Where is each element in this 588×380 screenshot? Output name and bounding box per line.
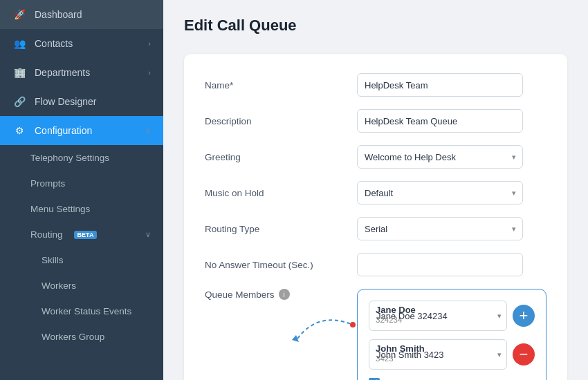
svg-point-0: [350, 322, 356, 327]
member-1-select-wrap: Jane Doe 324234 Jane Doe 324234 ▾: [369, 301, 507, 331]
name-input[interactable]: [357, 73, 523, 97]
music-label: Music on Hold: [205, 188, 343, 198]
sidebar-item-flow-designer[interactable]: 🔗 Flow Designer: [0, 87, 163, 116]
description-row: Description: [205, 109, 546, 133]
greeting-label: Greeting: [205, 152, 343, 162]
sidebar-item-label: Dashboard: [35, 9, 82, 20]
queue-members-label-text: Queue Members: [205, 289, 275, 300]
chevron-right-icon: ›: [148, 68, 151, 77]
greeting-row: Greeting Welcome to Help Desk ▾: [205, 145, 546, 169]
sidebar-item-label: Workers Group: [42, 332, 104, 342]
page-title: Edit Call Queue: [184, 17, 567, 35]
add-member-button[interactable]: +: [513, 305, 535, 327]
no-answer-input[interactable]: [357, 253, 523, 276]
member-2-select[interactable]: John Smith 3423: [369, 339, 507, 370]
no-answer-label: No Answer Timeout (Sec.): [205, 260, 343, 270]
music-select[interactable]: Default: [357, 181, 523, 205]
sidebar-item-label: Menu Settings: [30, 204, 90, 214]
queue-members-row: Queue Members i Jane Doe 324234 Jane Doe…: [205, 289, 546, 380]
sidebar-item-label: Worker Status Events: [42, 306, 131, 316]
sidebar-item-label: Skills: [42, 255, 64, 265]
routing-type-label: Routing Type: [205, 224, 343, 234]
music-row: Music on Hold Default ▾: [205, 181, 546, 205]
sidebar-item-label: Routing: [30, 229, 63, 240]
flow-designer-icon: 🔗: [12, 95, 26, 108]
sidebar-item-contacts[interactable]: 👥 Contacts ›: [0, 29, 163, 58]
routing-type-select-wrap: Serial ▾: [357, 217, 523, 240]
sidebar-item-label: Flow Designer: [35, 96, 96, 107]
sidebar-item-configuration[interactable]: ⚙ Configuration ∨: [0, 116, 163, 145]
sidebar-item-menu-settings[interactable]: Menu Settings: [0, 196, 163, 222]
sidebar-item-label: Departments: [35, 67, 90, 78]
routing-type-row: Routing Type Serial ▾: [205, 217, 546, 240]
sidebar: 🚀 Dashboard 👥 Contacts › 🏢 Departments ›…: [0, 0, 163, 380]
queue-members-panel: Jane Doe 324234 Jane Doe 324234 ▾ +: [357, 289, 546, 380]
sidebar-item-label: Telephony Settings: [30, 153, 109, 163]
name-label: Name*: [205, 80, 343, 91]
greeting-select[interactable]: Welcome to Help Desk: [357, 145, 523, 169]
main-content: Edit Call Queue Name* Description Greeti…: [163, 0, 588, 380]
music-select-wrap: Default ▾: [357, 181, 523, 205]
routing-type-select[interactable]: Serial: [357, 217, 523, 240]
sidebar-item-label: Contacts: [35, 38, 73, 49]
sidebar-item-label: Workers: [42, 281, 76, 291]
sidebar-item-skills[interactable]: Skills: [0, 247, 163, 273]
greeting-select-wrap: Welcome to Help Desk ▾: [357, 145, 523, 169]
sidebar-item-routing[interactable]: Routing BETA ∨: [0, 222, 163, 247]
description-input[interactable]: [357, 109, 523, 133]
description-label: Description: [205, 116, 343, 126]
configuration-icon: ⚙: [12, 124, 26, 137]
name-row: Name*: [205, 73, 546, 97]
sidebar-item-departments[interactable]: 🏢 Departments ›: [0, 58, 163, 87]
sidebar-item-workers-group[interactable]: Workers Group: [0, 324, 163, 350]
arrow-decoration: [291, 304, 374, 345]
sidebar-item-label: Configuration: [35, 125, 92, 136]
member-2-select-wrap: John Smith 3423 John Smith 3423 ▾: [369, 339, 507, 370]
queue-members-label: Queue Members i: [205, 289, 343, 300]
beta-badge: BETA: [74, 231, 98, 239]
sidebar-item-label: Prompts: [30, 178, 65, 189]
sidebar-item-telephony-settings[interactable]: Telephony Settings: [0, 145, 163, 171]
sidebar-item-prompts[interactable]: Prompts: [0, 171, 163, 196]
chevron-down-icon: ∨: [145, 126, 151, 135]
info-icon[interactable]: i: [279, 289, 290, 300]
departments-icon: 🏢: [12, 66, 26, 79]
member-1-select[interactable]: Jane Doe 324234: [369, 301, 507, 331]
member-row-john: John Smith 3423 John Smith 3423 ▾ −: [369, 339, 535, 370]
member-row-jane: Jane Doe 324234 Jane Doe 324234 ▾ +: [369, 301, 535, 331]
no-answer-row: No Answer Timeout (Sec.): [205, 253, 546, 276]
sidebar-item-worker-status-events[interactable]: Worker Status Events: [0, 298, 163, 324]
edit-form: Name* Description Greeting Welcome to He…: [184, 54, 567, 380]
contacts-icon: 👥: [12, 37, 26, 50]
chevron-down-icon: ∨: [145, 230, 151, 239]
dashboard-icon: 🚀: [12, 8, 26, 21]
sidebar-item-dashboard[interactable]: 🚀 Dashboard: [0, 0, 163, 29]
sidebar-item-workers[interactable]: Workers: [0, 273, 163, 298]
remove-member-button[interactable]: −: [513, 343, 535, 365]
chevron-right-icon: ›: [148, 39, 151, 48]
